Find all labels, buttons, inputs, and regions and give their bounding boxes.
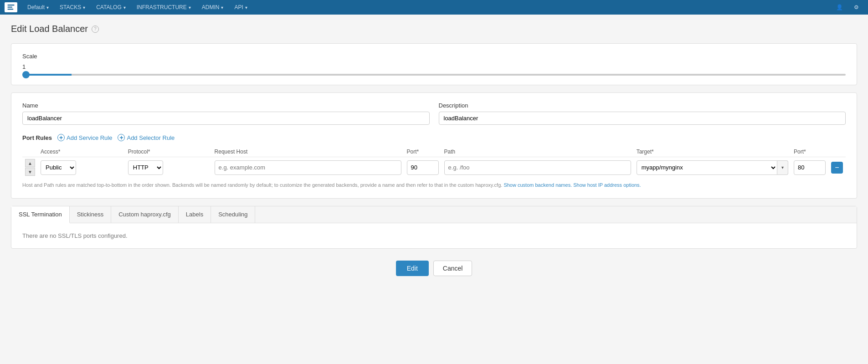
show-host-ip-link[interactable]: Show host IP address options. [573, 182, 641, 188]
add-service-rule-button[interactable]: + Add Service Rule [57, 134, 112, 141]
plus-service-icon: + [57, 134, 65, 141]
nav-settings[interactable]: ⚙ [849, 0, 863, 15]
svg-rect-2 [8, 9, 14, 10]
port-rules-header: Port Rules + Add Service Rule + Add Sele… [22, 134, 846, 141]
name-label: Name [22, 102, 430, 109]
desc-label: Description [439, 102, 846, 109]
nav-infrastructure[interactable]: INFRASTRUCTURE ▾ [132, 0, 195, 15]
nav-api[interactable]: API ▾ [230, 0, 252, 15]
path-input[interactable] [444, 160, 631, 175]
infrastructure-caret-icon: ▾ [189, 5, 191, 10]
move-down-button[interactable]: ▼ [25, 168, 35, 176]
desc-group: Description [439, 102, 846, 125]
ssl-empty-text: There are no SSL/TLS ports configured. [22, 232, 128, 239]
svg-rect-1 [8, 7, 13, 8]
move-up-button[interactable]: ▲ [25, 159, 35, 167]
path-cell [442, 157, 634, 178]
protocol-select[interactable]: HTTP HTTPS TCP SNI [128, 160, 163, 175]
help-icon[interactable]: ? [92, 26, 99, 33]
main-content: Edit Load Balancer ? Scale 1 Name Descri… [0, 15, 868, 290]
tab-content-ssl: There are no SSL/TLS ports configured. [11, 223, 857, 248]
target-wrapper: myapp/mynginx ▾ [637, 160, 788, 175]
port-rules-title: Port Rules [22, 134, 52, 141]
target-dropdown-icon[interactable]: ▾ [777, 160, 788, 175]
col-sort [22, 147, 38, 157]
plus-selector-icon: + [118, 134, 125, 141]
nav-stacks[interactable]: STACKS ▾ [55, 0, 90, 15]
col-path: Path [442, 147, 634, 157]
top-navigation: Default ▾ STACKS ▾ CATALOG ▾ INFRASTRUCT… [0, 0, 868, 15]
target-cell: myapp/mynginx ▾ [634, 157, 791, 178]
request-host-input[interactable] [215, 160, 401, 175]
tab-ssl-termination[interactable]: SSL Termination [11, 206, 70, 223]
catalog-caret-icon: ▾ [123, 5, 126, 10]
api-caret-icon: ▾ [245, 5, 247, 10]
tab-stickiness[interactable]: Stickiness [70, 206, 112, 223]
request-host-cell [212, 157, 404, 178]
edit-button[interactable]: Edit [396, 261, 429, 276]
remove-cell: − [828, 157, 846, 178]
tabs-header: SSL Termination Stickiness Custom haprox… [11, 206, 857, 223]
admin-caret-icon: ▾ [221, 5, 223, 10]
col-port: Port* [404, 147, 442, 157]
svg-rect-0 [8, 5, 15, 5]
remove-row-button[interactable]: − [831, 162, 843, 174]
desc-input[interactable] [439, 112, 846, 125]
port-input[interactable] [407, 160, 439, 175]
env-caret-icon: ▾ [46, 5, 49, 10]
port-cell [404, 157, 442, 178]
name-group: Name [22, 102, 430, 125]
access-cell: Public Internal [38, 157, 125, 178]
cancel-button[interactable]: Cancel [433, 261, 473, 276]
page-title-row: Edit Load Balancer ? [11, 24, 857, 34]
col-access: Access* [38, 147, 125, 157]
table-row: ▲ ▼ Public Internal HTTP HTTPS [22, 157, 846, 178]
nav-catalog[interactable]: CATALOG ▾ [92, 0, 130, 15]
scale-label: Scale [22, 53, 846, 60]
hint-text: Host and Path rules are matched top-to-b… [22, 181, 846, 189]
scale-slider[interactable] [22, 74, 846, 76]
access-select[interactable]: Public Internal [41, 160, 76, 175]
port-rules-table: Access* Protocol* Request Host Port* Pat… [22, 147, 846, 178]
target-port-input[interactable] [794, 160, 826, 175]
sort-cell: ▲ ▼ [22, 157, 38, 178]
name-desc-row: Name Description [22, 102, 846, 125]
tab-labels[interactable]: Labels [179, 206, 211, 223]
tab-custom-haproxy[interactable]: Custom haproxy.cfg [111, 206, 179, 223]
nav-user[interactable]: 👤 [832, 0, 847, 15]
col-request-host: Request Host [212, 147, 404, 157]
target-select[interactable]: myapp/mynginx [637, 160, 777, 175]
target-port-cell [791, 157, 828, 178]
protocol-cell: HTTP HTTPS TCP SNI [125, 157, 212, 178]
name-input[interactable] [22, 112, 430, 125]
add-selector-rule-button[interactable]: + Add Selector Rule [118, 134, 175, 141]
user-icon: 👤 [836, 4, 843, 10]
action-bar: Edit Cancel [11, 256, 857, 281]
app-logo[interactable] [5, 2, 17, 12]
scale-card: Scale 1 [11, 43, 857, 85]
stacks-caret-icon: ▾ [83, 5, 85, 10]
col-target: Target* [634, 147, 791, 157]
scale-slider-container [22, 74, 846, 76]
col-protocol: Protocol* [125, 147, 212, 157]
scale-value: 1 [22, 63, 846, 70]
show-backend-names-link[interactable]: Show custom backend names. [503, 182, 572, 188]
col-target-port: Port* [791, 147, 828, 157]
page-title: Edit Load Balancer [11, 24, 88, 34]
col-remove [828, 147, 846, 157]
nav-admin[interactable]: ADMIN ▾ [197, 0, 228, 15]
nav-env[interactable]: Default ▾ [23, 0, 53, 15]
name-desc-card: Name Description Port Rules + Add Servic… [11, 92, 857, 199]
tabs-container: SSL Termination Stickiness Custom haprox… [11, 206, 857, 249]
sort-arrows: ▲ ▼ [25, 159, 35, 176]
tab-scheduling[interactable]: Scheduling [211, 206, 255, 223]
